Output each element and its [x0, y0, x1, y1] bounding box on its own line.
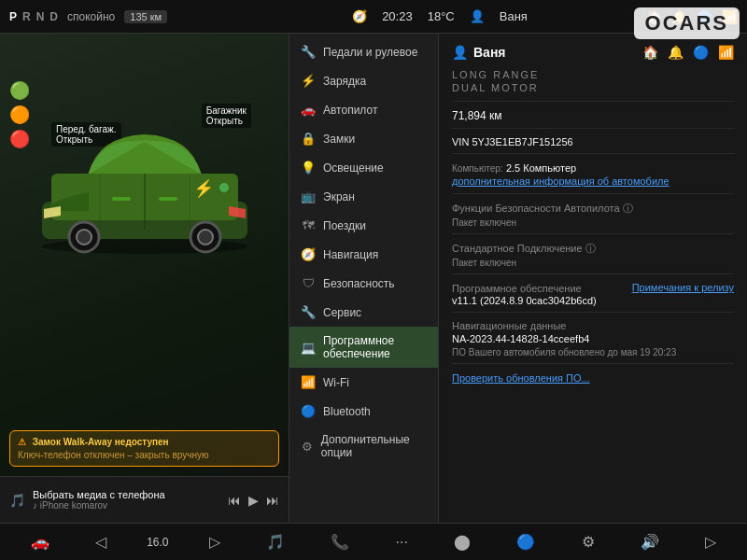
car-image: [19, 90, 270, 276]
settings-menu-item-3[interactable]: 🔒 Замки: [289, 124, 438, 153]
nav-data-row: Навигационные данные NA-2023.44-14828-14…: [452, 320, 734, 364]
nav-icon: 🧭: [352, 9, 367, 23]
settings-menu-item-10[interactable]: 💻 Программное обеспечение: [289, 327, 438, 368]
bt-info-icon[interactable]: 🔵: [693, 45, 709, 60]
gear-n: N: [36, 10, 45, 23]
menu-icon-0: 🔧: [301, 45, 316, 59]
autopilot-row: Функции Безопасности Автопилота ⓘ Пакет …: [452, 202, 734, 234]
gear-r: R: [22, 10, 31, 23]
right-arrow-icon[interactable]: ▷: [204, 529, 226, 554]
menu-icon-8: 🛡: [301, 276, 316, 290]
svg-rect-10: [112, 197, 131, 201]
home-info-icon[interactable]: 🏠: [642, 45, 658, 60]
computer-row: Компьютер: 2.5 Компьютер дополнительная …: [452, 161, 734, 194]
volume-icon[interactable]: 🔊: [635, 529, 665, 554]
menu-label-10: Программное обеспечение: [323, 334, 427, 360]
settings-menu-item-13[interactable]: ⚙ Дополнительные опции: [289, 426, 438, 467]
play-button[interactable]: ▶: [248, 493, 259, 508]
media-controls: ⏮ ▶ ⏭: [228, 493, 279, 508]
check-updates-link[interactable]: Проверить обновления ПО...: [452, 372, 590, 384]
settings-menu-item-7[interactable]: 🧭 Навигация: [289, 240, 438, 269]
phone-bottom-icon[interactable]: 📞: [325, 529, 355, 554]
menu-label-11: Wi-Fi: [323, 376, 349, 389]
info-panel: 👤 Ваня 🏠 🔔 🔵 📶 LONG RANGE DUAL MOTOR 71,…: [439, 34, 747, 523]
current-time: 20:23: [382, 9, 413, 23]
car-bottom-icon[interactable]: 🚗: [25, 529, 55, 554]
menu-icon-13: ⚙: [301, 440, 314, 454]
app-icon[interactable]: ⬤: [448, 529, 476, 554]
info-header-icons: 🏠 🔔 🔵 📶: [642, 45, 734, 60]
more-bottom-icon[interactable]: ···: [390, 530, 414, 554]
prev-button[interactable]: ⏮: [228, 493, 241, 508]
menu-label-3: Замки: [323, 133, 355, 146]
info-user-name: 👤 Ваня: [452, 45, 506, 60]
settings-menu-item-4[interactable]: 💡 Освещение: [289, 153, 438, 182]
settings-bottom-icon[interactable]: ⚙: [576, 529, 600, 554]
settings-menu-item-2[interactable]: 🚗 Автопилот: [289, 95, 438, 124]
menu-label-2: Автопилот: [323, 104, 377, 117]
media-title: Выбрать медиа с телефона: [33, 489, 220, 500]
temperature: 18°C: [428, 9, 455, 23]
update-button-area: Проверить обновления ПО...: [452, 371, 734, 385]
next-button[interactable]: ⏭: [266, 493, 279, 508]
music-bottom-icon[interactable]: 🎵: [261, 529, 290, 554]
software-row: Программное обеспечение Примечания к рел…: [452, 282, 734, 313]
svg-point-6: [198, 230, 213, 245]
connect-row: Стандартное Подключение ⓘ Пакет включен: [452, 242, 734, 274]
settings-menu-item-0[interactable]: 🔧 Педали и рулевое: [289, 37, 438, 66]
forward-arrow-icon[interactable]: ▷: [699, 529, 722, 554]
menu-label-9: Сервис: [323, 306, 361, 319]
menu-icon-6: 🗺: [301, 218, 316, 232]
ocars-watermark: OCARS: [634, 7, 740, 39]
menu-icon-5: 📺: [301, 189, 316, 203]
media-subtitle: ♪ iPhone komarov: [33, 500, 220, 511]
menu-icon-11: 📶: [301, 375, 316, 389]
svg-point-12: [219, 183, 229, 192]
car-model: LONG RANGE: [452, 69, 734, 80]
warning-box: ⚠ Замок Walk-Away недоступен Ключ-телефо…: [9, 430, 279, 467]
menu-label-4: Освещение: [323, 161, 384, 175]
warning-icon: ⚠: [18, 437, 26, 447]
top-bar-center: 🧭 20:23 18°C 👤 Ваня: [233, 9, 646, 23]
charge-indicator: ⚡: [193, 178, 214, 199]
mileage-row: 71,894 км: [452, 109, 734, 129]
settings-menu-item-12[interactable]: 🔵 Bluetooth: [289, 397, 438, 426]
more-info-link[interactable]: дополнительная информация об автомобиле: [452, 175, 669, 187]
settings-menu-item-6[interactable]: 🗺 Поездки: [289, 211, 438, 240]
car-svg: [23, 108, 266, 258]
left-arrow-icon[interactable]: ◁: [90, 529, 112, 554]
bottom-bar: 🚗 ◁ 16.0 ▷ 🎵 📞 ··· ⬤ 🔵 ⚙ 🔊 ▷: [0, 523, 747, 560]
settings-menu-item-9[interactable]: 🔧 Сервис: [289, 298, 438, 327]
vin-row: VIN 5YJ3E1EB7JF151256: [452, 136, 734, 154]
settings-menu-item-5[interactable]: 📺 Экран: [289, 182, 438, 211]
car-panel: 🟢 🟠 🔴 Перед. багаж. Открыть Багажник Отк…: [0, 34, 289, 523]
user-icon: 👤: [452, 45, 468, 60]
menu-icon-7: 🧭: [301, 247, 316, 261]
svg-point-4: [77, 230, 92, 245]
person-icon: 👤: [470, 9, 485, 23]
bell-info-icon[interactable]: 🔔: [668, 45, 684, 60]
info-user-header: 👤 Ваня 🏠 🔔 🔵 📶: [452, 45, 734, 60]
wifi-info-icon[interactable]: 📶: [718, 45, 734, 60]
settings-menu-item-1[interactable]: ⚡ Зарядка: [289, 66, 438, 95]
user-name-top: Ваня: [500, 9, 528, 23]
top-bar-left: P R N D спокойно 135 км: [9, 10, 233, 23]
menu-icon-9: 🔧: [301, 305, 316, 319]
menu-icon-4: 💡: [301, 161, 316, 175]
settings-menu-item-11[interactable]: 📶 Wi-Fi: [289, 368, 438, 397]
menu-label-8: Безопасность: [323, 277, 395, 290]
menu-label-12: Bluetooth: [323, 405, 371, 418]
menu-icon-2: 🚗: [301, 103, 316, 117]
music-icon: 🎵: [9, 493, 25, 508]
settings-menu: 🔧 Педали и рулевое ⚡ Зарядка 🚗 Автопилот…: [289, 34, 439, 523]
menu-icon-10: 💻: [301, 341, 316, 355]
menu-label-1: Зарядка: [323, 75, 366, 88]
media-info: Выбрать медиа с телефона ♪ iPhone komaro…: [33, 489, 220, 511]
release-notes-link[interactable]: Примечания к релизу: [632, 282, 734, 293]
range-badge: 135 км: [124, 10, 167, 23]
menu-label-7: Навигация: [323, 248, 378, 261]
menu-icon-12: 🔵: [301, 404, 316, 418]
gear-p: P: [9, 10, 17, 23]
settings-menu-item-8[interactable]: 🛡 Безопасность: [289, 269, 438, 298]
bluetooth-bottom-icon[interactable]: 🔵: [511, 529, 541, 554]
